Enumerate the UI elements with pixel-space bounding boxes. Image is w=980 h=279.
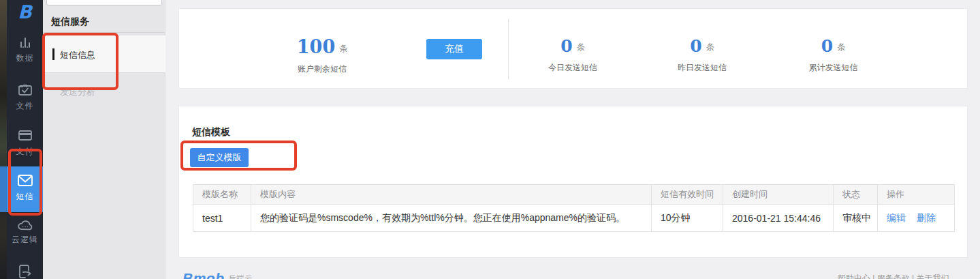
delete-link[interactable]: 删除 xyxy=(917,212,936,223)
submenu-item-sms-info[interactable]: 短信信息 xyxy=(43,35,165,73)
sidebar-item-push[interactable] xyxy=(7,263,43,279)
cloud-icon xyxy=(7,218,43,232)
col-actions: 操作 xyxy=(878,185,955,205)
section-title: 短信模板 xyxy=(192,126,230,138)
credit-card-icon xyxy=(7,128,43,144)
sidebar-item-cloud-logic[interactable]: 云逻辑 xyxy=(7,218,43,246)
stat-unit: 条 xyxy=(706,42,714,52)
template-table: 模版名称 模版内容 短信有效时间 创建时间 状态 操作 test1 您的验证码是… xyxy=(193,184,955,232)
stat-value: 0条 xyxy=(508,36,637,56)
col-status: 状态 xyxy=(834,185,878,205)
sidebar-item-label: 短信 xyxy=(7,191,43,203)
envelope-icon xyxy=(7,173,43,189)
sms-submenu-panel: 短信服务 短信信息 发送分析 xyxy=(43,0,165,279)
sidebar-item-label: 数据 xyxy=(7,53,43,64)
cell-valid-time: 10分钟 xyxy=(652,205,723,232)
stat-remaining-sms: 100条 账户剩余短信 xyxy=(240,9,404,89)
cell-actions: 编辑删除 xyxy=(878,205,955,232)
submenu-item-send-analysis[interactable]: 发送分析 xyxy=(43,76,165,102)
recharge-button[interactable]: 充值 xyxy=(426,39,482,59)
submenu-title: 短信服务 xyxy=(51,16,89,28)
stat-sent-today: 0条 今日发送短信 xyxy=(508,9,637,89)
cell-template-content: 您的验证码是%smscode%，有效期为%ttl%分钟。您正在使用%appnam… xyxy=(251,205,652,232)
submenu-item-label: 短信信息 xyxy=(60,49,95,61)
sidebar-item-files[interactable]: 文件 xyxy=(7,82,43,112)
stat-unit: 条 xyxy=(339,44,347,53)
table-header-row: 模版名称 模版内容 短信有效时间 创建时间 状态 操作 xyxy=(193,185,955,205)
app-selector-box[interactable] xyxy=(46,0,162,5)
custom-template-button[interactable]: 自定义模版 xyxy=(190,148,249,167)
stat-unit: 条 xyxy=(837,42,845,52)
sms-template-card: 短信模板 自定义模版 模版名称 模版内容 短信有效时间 创建时间 状态 操作 t… xyxy=(178,106,968,258)
sidebar-item-sms[interactable]: 短信 xyxy=(0,166,43,212)
cell-created-at: 2016-01-21 15:44:46 xyxy=(723,205,834,232)
sidebar-item-label: 云逻辑 xyxy=(7,234,43,246)
primary-sidebar: B 数据 文件 xyxy=(0,0,43,279)
stat-label: 累计发送短信 xyxy=(767,62,900,74)
edit-link[interactable]: 编辑 xyxy=(887,212,906,223)
col-template-content: 模版内容 xyxy=(251,185,652,205)
sms-stats-card: 100条 账户剩余短信 充值 0条 今日发送短信 0条 昨日发送短信 0条 累计… xyxy=(178,8,968,89)
active-marker xyxy=(52,48,54,60)
sidebar-item-label: 文件 xyxy=(7,100,43,112)
divider xyxy=(43,32,165,33)
stat-sent-total: 0条 累计发送短信 xyxy=(767,9,900,89)
sidebar-item-data[interactable]: 数据 xyxy=(7,35,43,64)
stat-label: 昨日发送短信 xyxy=(637,62,767,74)
stat-sent-yesterday: 0条 昨日发送短信 xyxy=(637,9,767,89)
footer-links[interactable]: 帮助中心 | 服务条款 | 关于我们 xyxy=(838,273,970,279)
stat-label: 今日发送短信 xyxy=(508,62,637,74)
cell-template-name: test1 xyxy=(193,205,251,232)
stat-value: 100条 xyxy=(240,36,404,57)
submenu-item-label: 发送分析 xyxy=(60,86,95,98)
table-row: test1 您的验证码是%smscode%，有效期为%ttl%分钟。您正在使用%… xyxy=(193,205,955,232)
sidebar-item-label: 支付 xyxy=(7,146,43,158)
stat-value: 0条 xyxy=(767,36,900,56)
footer-bmob-logo: Bmob后端云 xyxy=(183,270,253,279)
col-valid-time: 短信有效时间 xyxy=(652,185,723,205)
background-photo-strip xyxy=(0,0,7,279)
stat-label: 账户剩余短信 xyxy=(240,63,404,75)
folder-check-icon xyxy=(7,82,43,98)
stat-value: 0条 xyxy=(637,36,767,56)
stat-unit: 条 xyxy=(577,42,585,52)
bmob-logo[interactable]: B xyxy=(7,1,43,23)
col-created-at: 创建时间 xyxy=(723,185,834,205)
bar-chart-icon xyxy=(7,35,43,50)
document-arrow-icon xyxy=(7,263,43,279)
cell-status: 审核中 xyxy=(834,205,878,232)
footer-brand-suffix: 后端云 xyxy=(229,274,253,279)
sidebar-item-payment[interactable]: 支付 xyxy=(7,128,43,158)
col-template-name: 模版名称 xyxy=(193,185,251,205)
